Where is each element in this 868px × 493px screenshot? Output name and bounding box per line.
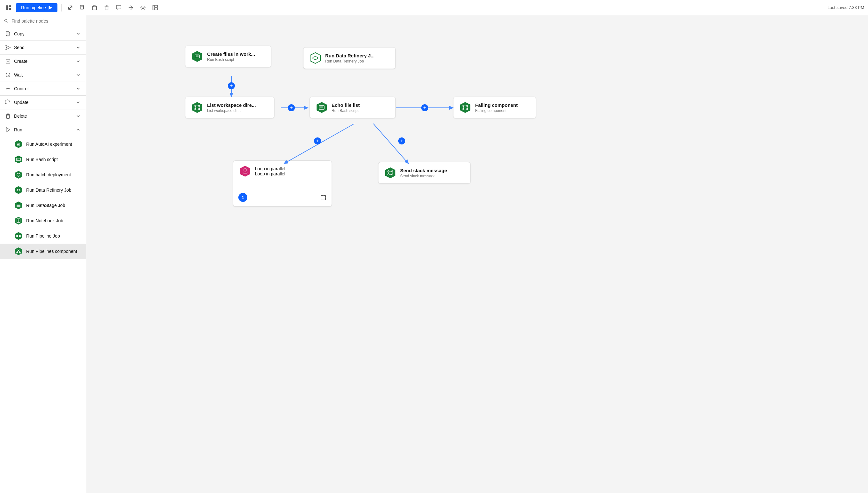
loop-expand-icon[interactable] [320, 194, 327, 202]
node-send-slack[interactable]: Send slack message Send slack message [378, 162, 471, 184]
layout-button[interactable] [150, 3, 160, 13]
sidebar-category-create-header[interactable]: Create [0, 55, 86, 68]
sidebar-item-run-datastage[interactable]: Run DataStage Job [0, 198, 86, 213]
run-data-refinery-subtitle: Run Data Refinery Job [325, 59, 375, 63]
palette-toggle-button[interactable] [4, 3, 14, 13]
settings-button[interactable] [138, 3, 148, 13]
copy-button[interactable] [78, 3, 87, 13]
svg-marker-3 [48, 5, 52, 9]
sidebar-category-copy-header[interactable]: Copy [0, 27, 86, 41]
sidebar-category-update: Update [0, 96, 86, 109]
node-create-files[interactable]: Create files in work... Run Bash script [185, 46, 271, 67]
run-autoai-label: Run AutoAI experiment [26, 142, 72, 147]
sidebar-item-run-batch[interactable]: Run batch deployment [0, 167, 86, 183]
loop-in-parallel-icon [239, 165, 251, 177]
sidebar-item-run-pipelines-component[interactable]: Run Pipelines component [0, 244, 86, 259]
comment-button[interactable] [114, 3, 124, 13]
send-cat-icon [5, 45, 11, 50]
toolbar-separator [61, 4, 62, 12]
echo-file-list-icon [316, 101, 328, 113]
control-category-label: Control [14, 86, 28, 91]
svg-rect-21 [154, 8, 157, 9]
create-files-subtitle: Run Bash script [207, 58, 255, 62]
svg-point-31 [6, 88, 8, 89]
sidebar-category-wait: Wait [0, 68, 86, 82]
svg-point-32 [8, 88, 10, 89]
sidebar-item-run-autoai[interactable]: AI Run AutoAI experiment [0, 136, 86, 152]
sidebar-item-run-pipeline-job[interactable]: Run Pipeline Job [0, 228, 86, 244]
node-list-workspace[interactable]: List workspace dire... List workspace di… [185, 97, 274, 118]
connections-svg [86, 15, 868, 493]
toolbar: Run pipeline Last saved 7:33 PM [0, 0, 868, 15]
sidebar-item-run-notebook[interactable]: Run Notebook Job [0, 213, 86, 228]
main-layout: Copy Send Create Wait [0, 15, 868, 493]
sidebar-category-send-header[interactable]: Send [0, 41, 86, 54]
create-cat-icon [5, 58, 11, 64]
svg-rect-19 [153, 5, 154, 9]
arrange-button[interactable] [126, 3, 136, 13]
conn-dot-listworkspace-echo[interactable]: + [288, 104, 295, 111]
svg-rect-16 [117, 5, 121, 8]
loop-header: Loop in parallel Loop in parallel [239, 165, 326, 177]
node-echo-file-list[interactable]: Echo file list Run Bash script [310, 97, 396, 118]
echo-file-list-subtitle: Run Bash script [332, 108, 360, 113]
node-run-data-refinery[interactable]: Run Data Refinery J... Run Data Refinery… [303, 47, 396, 69]
svg-marker-26 [6, 45, 10, 50]
sidebar-category-delete-header[interactable]: Delete [0, 109, 86, 123]
run-data-refinery-title: Run Data Refinery J... [325, 53, 375, 58]
sidebar: Copy Send Create Wait [0, 15, 86, 493]
search-icon [4, 19, 9, 24]
svg-rect-1 [9, 5, 11, 7]
search-input[interactable] [12, 19, 82, 24]
failing-component-text: Failing component Failing component [475, 102, 518, 113]
conn-dot-echo-loop[interactable]: + [314, 137, 321, 145]
sidebar-category-control-header[interactable]: Control [0, 82, 86, 95]
svg-rect-15 [106, 5, 107, 6]
copy-chevron-icon [76, 31, 81, 36]
create-chevron-icon [76, 59, 81, 64]
sidebar-category-update-header[interactable]: Update [0, 96, 86, 109]
svg-marker-80 [192, 102, 202, 113]
run-pipeline-job-icon [14, 232, 23, 240]
paste-button[interactable] [90, 3, 99, 13]
wait-cat-icon [5, 72, 11, 78]
run-pipeline-button[interactable]: Run pipeline [16, 3, 58, 12]
conn-dot-echo-failing[interactable]: + [421, 104, 428, 111]
svg-marker-108 [385, 167, 395, 178]
node-failing-component[interactable]: Failing component Failing component [453, 97, 536, 118]
conn-dot-createfiles-listworkspace[interactable]: + [228, 82, 235, 89]
delete-button[interactable] [102, 3, 111, 13]
svg-marker-48 [15, 186, 22, 194]
sidebar-category-wait-header[interactable]: Wait [0, 68, 86, 82]
run-data-refinery-text: Run Data Refinery J... Run Data Refinery… [325, 53, 375, 63]
disconnect-button[interactable] [65, 3, 75, 13]
sidebar-item-run-bash[interactable]: Run Bash script [0, 152, 86, 167]
sidebar-item-run-data-refinery[interactable]: Run Data Refinery Job [0, 183, 86, 198]
run-category-label: Run [14, 127, 22, 132]
sidebar-category-copy: Copy [0, 27, 86, 41]
node-loop-in-parallel[interactable]: Loop in parallel Loop in parallel 1 [233, 160, 332, 207]
svg-marker-89 [316, 102, 327, 113]
delete-cat-icon [5, 113, 11, 119]
conn-dot-echo-slack[interactable]: + [398, 137, 405, 145]
run-datastage-icon [14, 201, 23, 210]
list-workspace-subtitle: List workspace dir... [207, 108, 256, 113]
svg-line-23 [7, 22, 8, 23]
send-slack-title: Send slack message [400, 168, 447, 173]
svg-marker-79 [310, 52, 321, 63]
failing-component-title: Failing component [475, 102, 518, 108]
sidebar-category-control: Control [0, 82, 86, 96]
create-files-text: Create files in work... Run Bash script [207, 51, 255, 62]
svg-rect-38 [7, 114, 8, 115]
run-autoai-icon: AI [14, 140, 23, 149]
run-pipelines-component-icon [14, 247, 23, 256]
run-chevron-icon [76, 127, 81, 132]
svg-marker-93 [460, 102, 470, 113]
sidebar-category-run-header[interactable]: Run [0, 123, 86, 136]
delete-category-label: Delete [14, 113, 27, 119]
run-data-refinery-canvas-icon [309, 52, 322, 64]
create-category-label: Create [14, 59, 27, 64]
run-batch-label: Run batch deployment [26, 172, 71, 177]
control-chevron-icon [76, 86, 81, 91]
list-workspace-text: List workspace dire... List workspace di… [207, 102, 256, 113]
